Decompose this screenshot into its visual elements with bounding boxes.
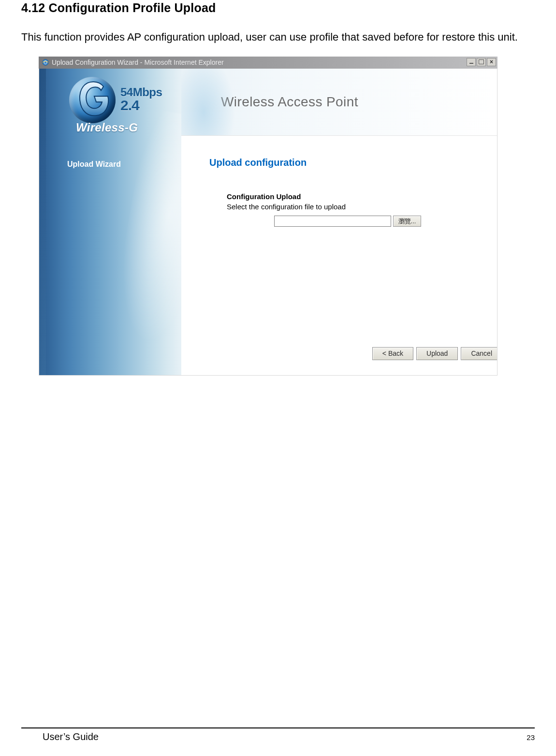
upload-button[interactable]: Upload xyxy=(416,347,458,360)
section-heading: 4.12 Configuration Profile Upload xyxy=(21,0,535,15)
screenshot-figure: Upload Configuration Wizard - Microsoft … xyxy=(39,57,497,376)
footer-page-number: 23 xyxy=(527,731,535,742)
content-section-label: Upload configuration xyxy=(209,157,488,168)
minimize-button[interactable] xyxy=(467,58,476,66)
file-path-input[interactable] xyxy=(274,216,391,227)
cancel-button[interactable]: Cancel xyxy=(461,347,497,360)
footer-title: User’s Guide xyxy=(21,731,99,742)
wizard-sidebar: 54Mbps 2.4 Wireless-G Upload Wizard xyxy=(39,69,181,375)
restore-button[interactable] xyxy=(477,58,486,66)
speed-ghz-label: 2.4 xyxy=(120,98,162,113)
form-heading: Configuration Upload xyxy=(227,192,488,201)
document-page: 4.12 Configuration Profile Upload This f… xyxy=(0,0,556,756)
upload-form: Configuration Upload Select the configur… xyxy=(227,192,488,227)
speed-block: 54Mbps 2.4 xyxy=(120,87,162,113)
ie-window: Upload Configuration Wizard - Microsoft … xyxy=(39,57,497,376)
product-logo: 54Mbps 2.4 Wireless-G xyxy=(39,69,181,135)
brand-label: Wireless-G xyxy=(76,121,138,134)
window-body: 54Mbps 2.4 Wireless-G Upload Wizard Wire… xyxy=(39,69,497,376)
banner: Wireless Access Point xyxy=(181,69,497,136)
footer-row: User’s Guide 23 xyxy=(21,731,535,742)
close-button[interactable]: × xyxy=(487,58,496,66)
sidebar-step-label: Upload Wizard xyxy=(67,160,121,169)
ie-icon xyxy=(42,58,49,66)
banner-title: Wireless Access Point xyxy=(221,94,358,110)
intro-paragraph: This function provides AP configuration … xyxy=(21,30,535,44)
browse-button[interactable]: 瀏覽... xyxy=(393,216,421,227)
speed-mbps-label: 54Mbps xyxy=(120,87,162,98)
g-letter-icon xyxy=(77,80,111,117)
page-footer: User’s Guide 23 xyxy=(21,727,535,742)
wizard-content: Wireless Access Point Upload configurati… xyxy=(181,69,497,375)
window-title: Upload Configuration Wizard - Microsoft … xyxy=(52,58,224,66)
back-button[interactable]: < Back xyxy=(372,347,413,360)
window-titlebar: Upload Configuration Wizard - Microsoft … xyxy=(39,57,497,69)
wizard-button-row: < Back Upload Cancel xyxy=(372,347,497,360)
form-instruction: Select the configuration file to upload xyxy=(227,203,488,211)
content-body: Upload configuration Configuration Uploa… xyxy=(181,136,497,376)
window-controls: × xyxy=(467,58,496,66)
file-chooser-row: 瀏覽... xyxy=(274,216,488,227)
